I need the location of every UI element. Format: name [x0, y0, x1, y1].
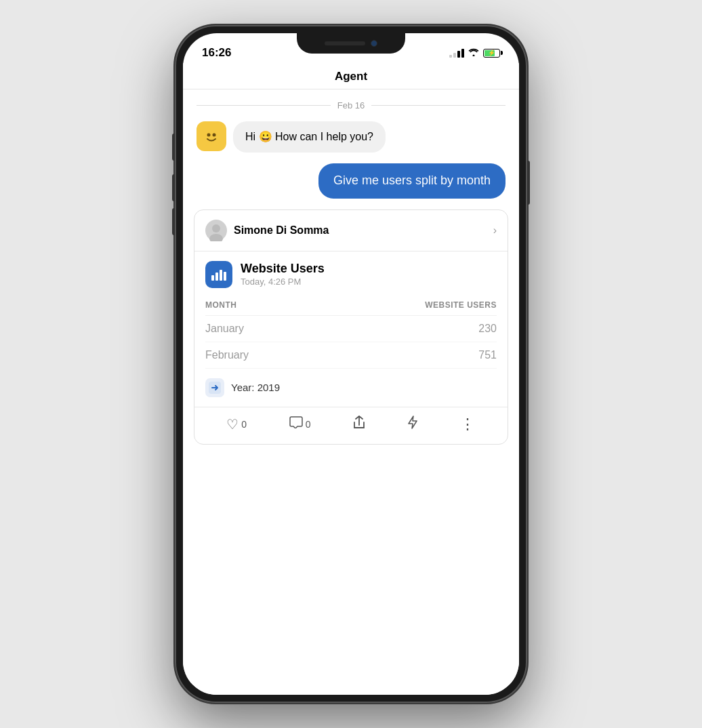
- bolt-icon: ⚡: [488, 49, 495, 56]
- svg-rect-0: [202, 127, 221, 146]
- phone-frame: 16:26: [175, 25, 527, 703]
- share-action[interactable]: [353, 416, 365, 432]
- year-label: Year: 2019: [231, 382, 280, 393]
- more-action[interactable]: ⋮: [460, 416, 476, 433]
- svg-rect-5: [211, 275, 214, 281]
- svg-point-4: [209, 234, 223, 241]
- card-report-time: Today, 4:26 PM: [241, 277, 325, 287]
- svg-rect-6: [215, 272, 218, 281]
- signal-bar-1: [449, 55, 452, 58]
- more-icon[interactable]: ⋮: [460, 416, 476, 433]
- action-bar: ♡ 0 0: [194, 407, 508, 444]
- card-title-info: Website Users Today, 4:26 PM: [241, 262, 325, 287]
- row-1-value: 230: [478, 323, 497, 335]
- table-header-row: MONTH WEBSITE USERS: [205, 298, 497, 316]
- notch: [297, 33, 405, 54]
- data-table: MONTH WEBSITE USERS January 230 February…: [205, 298, 497, 369]
- bot-avatar: [197, 121, 226, 151]
- app-content: Agent Feb 16: [183, 63, 519, 695]
- card-report-title: Website Users: [241, 262, 325, 276]
- table-row: January 230: [205, 316, 497, 342]
- share-icon[interactable]: [353, 416, 365, 432]
- comment-action[interactable]: 0: [289, 416, 311, 432]
- user-message-row: Give me users split by month: [183, 163, 519, 209]
- svg-rect-8: [224, 272, 226, 281]
- signal-bar-3: [457, 51, 460, 58]
- notch-speaker: [325, 41, 365, 45]
- user-message-text: Give me users split by month: [333, 174, 491, 187]
- year-arrow-icon: [205, 378, 224, 397]
- card-user-name: Simone Di Somma: [234, 224, 329, 237]
- chat-area[interactable]: Feb 16: [183, 89, 519, 695]
- row-1-month: January: [205, 323, 244, 335]
- notch-camera: [371, 40, 377, 47]
- like-count: 0: [241, 419, 247, 430]
- date-divider-line-right: [371, 105, 505, 106]
- heart-icon[interactable]: ♡: [226, 416, 239, 432]
- card-title-row: Website Users Today, 4:26 PM: [205, 261, 497, 288]
- svg-rect-7: [220, 270, 222, 281]
- card-body: Website Users Today, 4:26 PM MONTH WEBSI…: [194, 251, 508, 407]
- signal-bar-4: [461, 49, 464, 58]
- like-action[interactable]: ♡ 0: [226, 416, 247, 432]
- date-divider: Feb 16: [183, 89, 519, 121]
- bot-bubble: Hi 😀 How can I help you?: [233, 121, 386, 153]
- year-row: Year: 2019: [205, 369, 497, 407]
- date-divider-line-left: [197, 105, 331, 106]
- wifi-icon: [468, 47, 479, 58]
- signal-bars-icon: [449, 49, 464, 58]
- svg-point-3: [212, 224, 220, 232]
- comment-icon[interactable]: [289, 416, 303, 432]
- bot-message-row: Hi 😀 How can I help you?: [183, 121, 519, 163]
- bot-greeting-text: Hi 😀 How can I help you?: [245, 131, 373, 142]
- card-header[interactable]: Simone Di Somma ›: [194, 210, 508, 251]
- row-2-value: 751: [478, 349, 497, 361]
- card-chevron-icon[interactable]: ›: [493, 224, 497, 237]
- signal-bar-2: [453, 53, 456, 58]
- table-row: February 751: [205, 342, 497, 369]
- comment-count: 0: [306, 419, 311, 430]
- bolt-action-icon[interactable]: [408, 416, 417, 432]
- data-card: Simone Di Somma ›: [194, 209, 508, 445]
- row-2-month: February: [205, 349, 249, 361]
- bolt-action[interactable]: [408, 416, 417, 432]
- date-divider-text: Feb 16: [337, 100, 365, 110]
- phone-wrapper: 16:26: [175, 25, 527, 703]
- user-bubble: Give me users split by month: [318, 163, 505, 198]
- status-icons: ⚡: [449, 47, 500, 58]
- card-header-left: Simone Di Somma: [205, 220, 329, 241]
- status-time: 16:26: [202, 46, 231, 60]
- svg-point-2: [213, 134, 216, 137]
- nav-title: Agent: [335, 70, 367, 83]
- col-month-header: MONTH: [205, 300, 237, 310]
- battery-icon: ⚡: [483, 49, 500, 58]
- svg-point-1: [207, 134, 211, 137]
- phone-screen: 16:26: [183, 33, 519, 695]
- nav-bar: Agent: [183, 63, 519, 89]
- user-avatar-icon: [205, 220, 227, 241]
- chart-icon: [205, 261, 232, 288]
- col-users-header: WEBSITE USERS: [425, 300, 497, 310]
